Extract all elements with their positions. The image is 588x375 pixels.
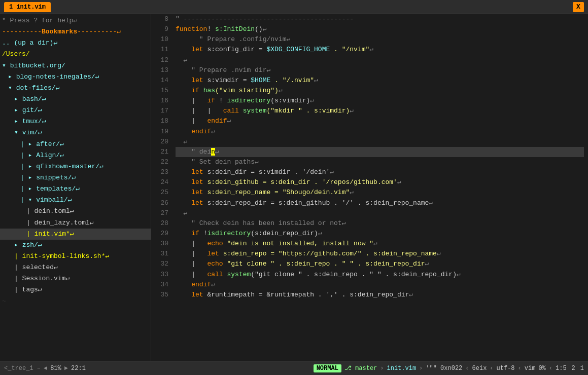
- code-line: let s:config_dir = $XDG_CONFIG_HOME . "/…: [176, 45, 584, 55]
- code-line: | if ! isdirectory(s:vimdir)↵: [176, 96, 584, 106]
- tree-item[interactable]: ▸ tmux/↵: [0, 116, 151, 127]
- sidebar-help: " Press ? for help↵: [0, 15, 151, 26]
- tree-item[interactable]: | init-symbol-links.sh*↵: [0, 251, 151, 262]
- line-number: 31: [154, 249, 168, 259]
- tree-item[interactable]: | ▸ snippets/↵: [0, 172, 151, 183]
- code-content[interactable]: " --------------------------------------…: [171, 14, 588, 361]
- encoding-status: utf-8: [497, 365, 515, 372]
- code-line: endif↵: [176, 127, 584, 137]
- close-button[interactable]: X: [573, 2, 584, 12]
- code-line: " Check dein has been installed or not↵: [176, 218, 584, 229]
- code-line: " Set dein paths↵: [176, 157, 584, 167]
- line-number: 29: [154, 229, 168, 239]
- code-line: if has("vim_starting")↵: [176, 86, 584, 96]
- status-sep-2: ‹: [490, 365, 493, 372]
- tree-item[interactable]: ~: [0, 296, 151, 307]
- line-number: 19: [154, 127, 168, 137]
- tree-item[interactable]: ▸ git/↵: [0, 105, 151, 116]
- status-sep-4: ‹: [549, 365, 552, 372]
- tree-item[interactable]: .. (up a dir)↵: [0, 38, 151, 49]
- line-number: 15: [154, 86, 168, 96]
- line-number: 20: [154, 137, 168, 147]
- line-number: 24: [154, 177, 168, 188]
- line-number: 25: [154, 188, 168, 198]
- main-area: " Press ? for help↵ ----------Bookmarks-…: [0, 14, 588, 361]
- tree-item[interactable]: | ▸ templates/↵: [0, 183, 151, 195]
- code-line: if !isdirectory(s:dein_repo_dir)↵: [176, 229, 584, 239]
- cursor-pos-left: 22:1: [71, 365, 86, 372]
- line-number: 18: [154, 116, 168, 126]
- mode-badge: NORMAL: [314, 364, 341, 372]
- code-line: function! s:InitDein()↵: [176, 24, 584, 34]
- num-2: 1: [580, 365, 584, 372]
- status-sep-3: ‹: [518, 365, 522, 372]
- keys-status: 6eix: [472, 365, 487, 372]
- tree-item[interactable]: ▾ bitbucket.org/: [0, 60, 151, 71]
- line-number: 32: [154, 259, 168, 269]
- tree-item[interactable]: | init.vim*↵: [0, 229, 151, 240]
- line-number: 34: [154, 280, 168, 290]
- tree-item[interactable]: | ▸ after/↵: [0, 139, 151, 150]
- editor-name: vim: [525, 365, 536, 372]
- code-line: endif↵: [176, 280, 584, 290]
- code-line: | call system("git clone " . s:dein_repo…: [176, 270, 584, 280]
- line-number: 27: [154, 208, 168, 218]
- code-line: ↵: [176, 55, 584, 65]
- tree-item[interactable]: ▸ bash/↵: [0, 94, 151, 105]
- num-1: 2: [572, 365, 575, 372]
- line-number: 14: [154, 76, 168, 86]
- tree-item[interactable]: ▸ zsh/↵: [0, 240, 151, 251]
- tree-label: <_tree_1 –: [4, 365, 41, 372]
- arrow-right-icon: ►: [64, 365, 68, 372]
- line-number: 28: [154, 218, 168, 229]
- tree-item[interactable]: | ▸ qfixhowm-master/↵: [0, 161, 151, 172]
- statusbar: <_tree_1 – ◄ 81% ► 22:1 NORMAL ⎇ master …: [0, 361, 588, 375]
- code-line: | let s:dein_repo = "https://github.com/…: [176, 249, 584, 259]
- active-tab[interactable]: 1 init.vim: [4, 2, 51, 12]
- tree-item[interactable]: | tags↵: [0, 284, 151, 295]
- code-line: let s:dein_github = s:dein_dir . '/repos…: [176, 177, 584, 188]
- line-number: 8: [154, 14, 168, 24]
- tree-item[interactable]: /Users/: [0, 49, 151, 60]
- tree-item[interactable]: | selected↵: [0, 262, 151, 273]
- sidebar-bookmarks: ----------Bookmarks----------↵: [0, 26, 151, 38]
- tree-item[interactable]: | Session.vim↵: [0, 273, 151, 284]
- tree-item[interactable]: ▾ vim/↵: [0, 127, 151, 138]
- code-line: | echo "dein is not installed, install n…: [176, 239, 584, 249]
- tree-item[interactable]: | dein.toml↵: [0, 206, 151, 217]
- code-line: " --------------------------------------…: [176, 14, 584, 24]
- cursor-pos-right: 1:5: [556, 365, 567, 372]
- code-line: | echo "git clone " . s:dein_repo . " " …: [176, 259, 584, 269]
- file-tree[interactable]: .. (up a dir)↵/Users/▾ bitbucket.org/▸ b…: [0, 38, 151, 307]
- code-line: " Prepare .nvim dir↵: [176, 65, 584, 76]
- line-number: 12: [154, 55, 168, 65]
- line-number: 16: [154, 96, 168, 106]
- tree-item[interactable]: ▾ dot-files/↵: [0, 83, 151, 94]
- line-number: 23: [154, 167, 168, 177]
- tree-item[interactable]: | ▾ vimball/↵: [0, 195, 151, 206]
- chevron-icon-1: ›: [380, 365, 384, 372]
- tree-item[interactable]: | ▸ Align/↵: [0, 150, 151, 161]
- line-number: 22: [154, 157, 168, 167]
- sidebar: " Press ? for help↵ ----------Bookmarks-…: [0, 14, 151, 361]
- code-line: ↵: [176, 137, 584, 147]
- code-line: let s:dein_repo_dir = s:dein_github . '/…: [176, 198, 584, 208]
- code-line: let s:dein_dir = s:vimdir . '/dein'↵: [176, 167, 584, 177]
- code-line: | endif↵: [176, 116, 584, 126]
- arrow-left-icon: ◄: [44, 365, 47, 372]
- editor-area[interactable]: 8910111213141516171819202122232425262728…: [151, 14, 588, 361]
- code-area: 8910111213141516171819202122232425262728…: [151, 14, 588, 361]
- chevron-icon-2: ›: [419, 365, 423, 372]
- line-number: 21: [154, 147, 168, 157]
- line-numbers: 8910111213141516171819202122232425262728…: [151, 14, 171, 361]
- code-line: | | call system("mkdir " . s:vimdir)↵: [176, 106, 584, 116]
- scroll-percent-2: 0%: [538, 365, 545, 372]
- line-number: 17: [154, 106, 168, 116]
- code-line: " Prepare .config/nvim↵: [176, 34, 584, 45]
- tree-item[interactable]: ▸ blog-notes-inegales/↵: [0, 71, 151, 83]
- tree-item[interactable]: | dein_lazy.toml↵: [0, 217, 151, 229]
- filename-status: init.vim: [387, 365, 417, 372]
- bookmarks-line: ----------: [2, 27, 42, 37]
- scroll-percent: 81%: [50, 365, 61, 372]
- line-number: 11: [154, 45, 168, 55]
